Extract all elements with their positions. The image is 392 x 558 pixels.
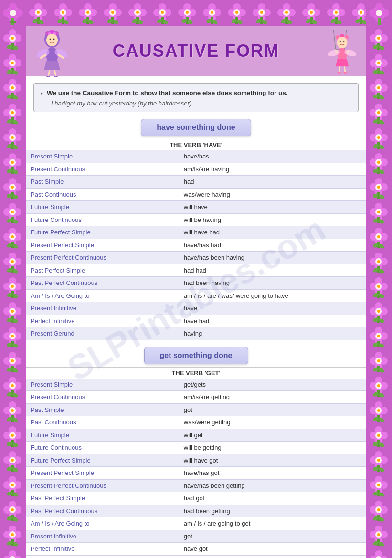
table-row: Present Continuousam/is/are getting: [26, 391, 366, 404]
have-phrase-container: have something done: [26, 119, 366, 136]
have-verb-header: THE VERB 'HAVE': [26, 139, 366, 150]
svg-point-388: [11, 86, 14, 89]
svg-point-663: [377, 161, 380, 164]
table-row: Present Continuousam/is/are having: [26, 163, 366, 176]
svg-rect-14: [378, 18, 381, 25]
table-row: Past Simplegot: [26, 403, 366, 416]
svg-point-421: [11, 161, 14, 164]
corner-tr: [366, 0, 392, 26]
table-row: Past Perfect Continuoushad been getting: [26, 505, 366, 517]
svg-point-871: [340, 41, 341, 42]
svg-point-487: [11, 310, 14, 313]
page-wrapper: SLPrintables.com: [0, 0, 392, 558]
svg-point-91: [161, 11, 164, 14]
get-phrase-button[interactable]: get something done: [144, 347, 248, 364]
svg-point-5: [10, 10, 16, 16]
svg-point-542: [11, 434, 14, 437]
svg-point-102: [186, 11, 189, 14]
svg-point-366: [11, 37, 14, 40]
svg-line-862: [333, 30, 336, 49]
svg-point-872: [343, 41, 345, 42]
svg-point-146: [285, 11, 288, 14]
svg-point-575: [11, 508, 14, 511]
table-row: Past Simplehad: [26, 176, 366, 189]
svg-point-80: [136, 11, 139, 14]
svg-point-740: [377, 335, 380, 337]
table-row: Past Perfect Continuoushad been having: [26, 277, 366, 290]
svg-point-806: [377, 484, 380, 486]
svg-point-707: [377, 260, 380, 263]
svg-point-3: [3, 9, 11, 17]
table-row: Past Perfect Simplehad had: [26, 264, 366, 277]
svg-point-641: [377, 111, 380, 114]
table-row: Past Perfect Simplehad got: [26, 492, 366, 505]
get-phrase-container: get something done: [26, 347, 366, 364]
table-row: Future Continuouswill be getting: [26, 442, 366, 454]
info-box: ▪ We use the Causative Form to show that…: [33, 83, 359, 112]
table-row: Present Infinitiveget: [26, 530, 366, 543]
table-row: Present Perfect Continuoushave/has been …: [26, 252, 366, 264]
svg-point-619: [377, 62, 380, 64]
svg-point-564: [11, 484, 14, 486]
svg-point-509: [11, 359, 14, 362]
svg-point-861: [54, 76, 58, 77]
border-left: [0, 26, 26, 558]
table-row: Past Continuouswas/were getting: [26, 416, 366, 429]
svg-point-685: [377, 211, 380, 213]
table-row: Future Simplewill have: [26, 201, 366, 214]
svg-line-879: [339, 66, 340, 72]
svg-point-729: [377, 310, 380, 313]
svg-point-795: [377, 459, 380, 462]
svg-point-157: [310, 11, 313, 14]
svg-point-718: [377, 285, 380, 288]
table-row: Present Simpleget/gets: [26, 379, 366, 391]
have-verb-table: Present Simplehave/hasPresent Continuous…: [26, 150, 366, 340]
svg-rect-7: [10, 21, 16, 23]
svg-line-859: [54, 70, 56, 76]
fairy-right-illustration: [318, 30, 361, 73]
page-title: CAUSATIVE FORM: [74, 41, 318, 61]
svg-point-881: [338, 72, 341, 74]
svg-point-13: [376, 10, 382, 16]
svg-point-9: [375, 3, 383, 11]
table-row: Am / Is / Are Going toam / is / are goin…: [26, 517, 366, 530]
svg-line-880: [344, 66, 345, 72]
fairy-left-illustration: [31, 30, 74, 73]
svg-point-860: [46, 76, 50, 77]
table-row: Present Perfect Simplehave/has got: [26, 467, 366, 480]
svg-point-553: [11, 459, 14, 462]
svg-point-58: [86, 11, 89, 14]
svg-point-696: [377, 235, 380, 238]
table-row: Future Continuouswill be having: [26, 213, 366, 226]
svg-point-850: [50, 39, 51, 40]
table-row: Perfect Infinitivehave had: [26, 315, 366, 327]
svg-point-817: [377, 508, 380, 511]
svg-point-630: [377, 86, 380, 89]
svg-marker-857: [44, 61, 60, 70]
table-row: Future Perfect Simplewill have got: [26, 454, 366, 467]
svg-line-858: [48, 70, 50, 76]
svg-point-762: [377, 384, 380, 387]
table-row: Present Perfect Continuoushave/has been …: [26, 479, 366, 492]
table-row: Past Continuouswas/were having: [26, 188, 366, 201]
border-top: [26, 0, 366, 26]
svg-point-410: [11, 136, 14, 139]
svg-point-69: [111, 11, 114, 14]
svg-point-12: [381, 9, 389, 17]
svg-point-124: [235, 11, 238, 14]
svg-point-399: [11, 111, 14, 114]
svg-point-751: [377, 359, 380, 362]
svg-point-498: [11, 335, 14, 337]
svg-point-11: [369, 9, 377, 17]
svg-point-851: [53, 39, 55, 40]
svg-point-377: [11, 62, 14, 64]
have-phrase-button[interactable]: have something done: [141, 119, 251, 136]
header-section: CAUSATIVE FORM: [26, 26, 366, 76]
svg-point-1: [9, 3, 17, 11]
table-row: Am / Is / Are Going toam / is / are / wa…: [26, 289, 366, 302]
get-verb-header: THE VERB 'GET': [26, 367, 366, 379]
svg-point-113: [211, 11, 213, 14]
svg-point-179: [360, 11, 362, 14]
svg-point-47: [62, 11, 64, 14]
get-verb-table: Present Simpleget/getsPresent Continuous…: [26, 379, 366, 556]
